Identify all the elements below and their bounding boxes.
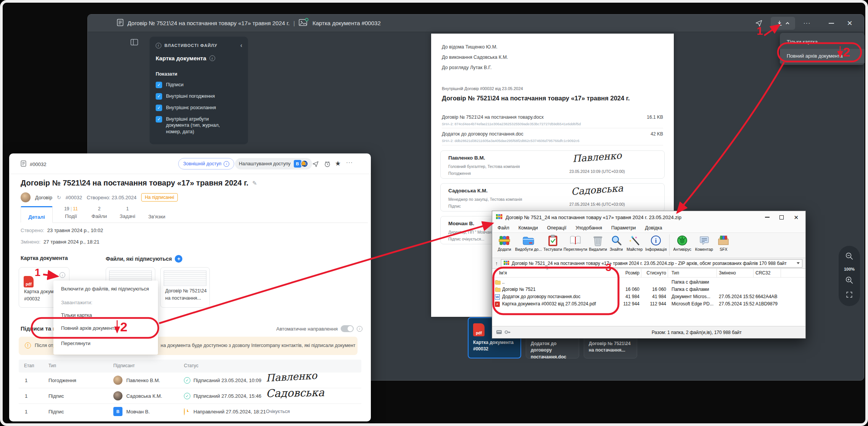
- viewer-doc-title: Договір № 7521\24 на постачання товару «…: [127, 20, 290, 26]
- column-header-type[interactable]: Тип: [672, 270, 679, 276]
- menu-item-card-only[interactable]: Тільки картка: [780, 35, 865, 49]
- file-row[interactable]: P Картка документа #00032 від 27.05.2024…: [492, 300, 805, 308]
- menu-item-view[interactable]: Переглянути: [61, 340, 90, 346]
- toolbar-delete-button[interactable]: Видалити: [588, 234, 608, 252]
- toolbar-info-button[interactable]: i Інформація: [644, 234, 667, 252]
- minimize-button[interactable]: [765, 217, 770, 218]
- annotation-step-1: 1: [757, 25, 763, 37]
- toolbar-find-button[interactable]: Знайти: [608, 234, 625, 252]
- checkbox-checked-icon[interactable]: ✓: [156, 105, 162, 111]
- tab-events[interactable]: 19 | 11 Події: [59, 206, 83, 223]
- download-button[interactable]: [771, 17, 795, 30]
- books-icon: [499, 234, 510, 247]
- thumbnail-label: на постачання...: [589, 347, 631, 353]
- minimize-button[interactable]: [825, 17, 838, 29]
- menu-options[interactable]: Параметри: [611, 225, 636, 231]
- menu-file[interactable]: Файл: [498, 225, 509, 231]
- toolbar-wizard-button[interactable]: Майстер: [625, 234, 644, 252]
- toolbar-view-button[interactable]: Переглянути: [563, 234, 588, 252]
- column-header-modified[interactable]: Змінено: [719, 270, 736, 276]
- signer-name: Павленко В.М.: [448, 155, 485, 161]
- toolbar-test-button[interactable]: Тестувати: [543, 234, 563, 252]
- column-header-name[interactable]: Ім'я: [499, 270, 507, 276]
- annotation-step-2: 2: [120, 320, 127, 334]
- menu-help[interactable]: Довідка: [645, 225, 662, 231]
- archive-path-combo[interactable]: Договір № 7521_24 на постачання товару «…: [501, 259, 802, 268]
- tab-links[interactable]: Зв'язки: [145, 214, 169, 223]
- reminder-clock-icon[interactable]: [324, 161, 331, 169]
- auto-direction-toggle[interactable]: [341, 325, 354, 332]
- close-button[interactable]: ✕: [794, 215, 799, 220]
- doc-type: Договір: [35, 195, 52, 200]
- menu-item-full-archive[interactable]: Повний архів документа: [780, 49, 865, 63]
- maximize-button[interactable]: [779, 215, 784, 219]
- doc-to-line: До відома Тищенко Ю.М.: [442, 44, 498, 50]
- toolbar-antivirus-button[interactable]: Антивірус: [672, 234, 693, 252]
- column-header-size[interactable]: Розмір: [618, 270, 639, 276]
- external-access-button[interactable]: Зовнішній доступ i: [178, 158, 234, 169]
- file-row[interactable]: W Додаток до договору постачання.doc 41 …: [492, 293, 805, 300]
- file-thumbnail-label: на постачання...: [165, 295, 207, 302]
- menu-favorites[interactable]: Уподобання: [575, 225, 602, 231]
- tab-files[interactable]: 2 Файли: [89, 206, 110, 223]
- more-options-icon[interactable]: ···: [800, 17, 813, 29]
- checkbox-checked-icon[interactable]: ✓: [156, 116, 162, 123]
- tab-details[interactable]: Деталі: [21, 206, 53, 223]
- close-button[interactable]: ✕: [843, 17, 856, 29]
- combo-dropdown-icon[interactable]: [797, 262, 800, 264]
- zoom-out-icon[interactable]: [845, 252, 854, 262]
- checkbox-internal-distribution[interactable]: ✓ Внутрішнє розсилання: [150, 100, 248, 111]
- toolbar-comment-button[interactable]: Коментар: [693, 234, 715, 252]
- section-files-title: Файли, які підписуються +: [106, 255, 182, 263]
- toolbar-add-button[interactable]: Додати: [494, 234, 514, 252]
- signature-row[interactable]: 1 Підпис Садовська К.М. ✓ Підписаний 27.…: [19, 388, 361, 404]
- tab-tasks[interactable]: 1 Задачі: [117, 206, 138, 223]
- tab-label: Деталі: [28, 214, 45, 220]
- signed-check-icon: ✓: [184, 393, 190, 399]
- edit-pencil-icon[interactable]: ✎: [252, 180, 257, 187]
- fullscreen-icon[interactable]: [845, 291, 853, 300]
- signature-row[interactable]: 1 Погодження Павленко В.М. ✓ Підписаний …: [19, 373, 361, 388]
- file-thumbnail[interactable]: Договір № 7521\24 на постачання...: [160, 267, 210, 308]
- toolbar-sfx-button[interactable]: SFX: [715, 234, 732, 252]
- checkbox-label: Внутрішнє розсилання: [166, 105, 216, 111]
- up-arrow-icon[interactable]: ↑: [495, 260, 498, 266]
- menu-item-card-only[interactable]: Тільки картка: [61, 312, 92, 318]
- send-icon[interactable]: [312, 161, 319, 169]
- show-label: Показати: [150, 61, 248, 77]
- menu-item-full-archive[interactable]: Повний архів документа: [61, 325, 117, 331]
- signature-date: 27.05.2024 15:46 (UTC+03:00): [555, 202, 639, 207]
- more-options-icon[interactable]: ···: [346, 159, 353, 165]
- signature-row[interactable]: 1 Підпис В Мовчан В. Направлений 27.05.2…: [19, 404, 361, 420]
- doc-file-size: 42 KB: [651, 131, 663, 137]
- column-header-packed[interactable]: Стиснуто: [643, 270, 666, 276]
- sidebar-toggle-icon[interactable]: [130, 39, 138, 47]
- signature-script: Павленко: [555, 148, 639, 165]
- info-icon[interactable]: i: [60, 272, 65, 278]
- checkbox-checked-icon[interactable]: ✓: [156, 93, 162, 100]
- file-row[interactable]: .. Папка с файлами: [492, 279, 805, 286]
- checkbox-internal-approvals[interactable]: ✓ Внутрішні погодження: [150, 88, 248, 100]
- star-icon[interactable]: ★: [335, 160, 341, 168]
- checkbox-internal-attributes[interactable]: ✓ Внутрішні атрибути документа (тип, жур…: [150, 111, 238, 135]
- access-settings-label: Налаштування доступу: [239, 161, 291, 166]
- doc-file-name: Додаток до договору постачання.doc: [442, 131, 523, 137]
- menu-commands[interactable]: Команди: [519, 225, 538, 231]
- collapse-panel-icon[interactable]: ‹: [240, 42, 243, 49]
- add-file-button[interactable]: +: [175, 255, 182, 263]
- toolbar-extract-button[interactable]: Видобути до...: [514, 234, 543, 252]
- refresh-icon[interactable]: ↻: [57, 195, 61, 200]
- bell-icon[interactable]: [300, 160, 307, 169]
- menu-item-include-files[interactable]: Включити до файлів, які підписуються: [61, 286, 149, 292]
- menu-operations[interactable]: Операції: [547, 225, 567, 231]
- checkbox-label: Внутрішні погодження: [166, 93, 215, 100]
- checkbox-checked-icon[interactable]: ✓: [156, 82, 162, 88]
- document-icon: [117, 19, 124, 27]
- zoom-in-icon[interactable]: [845, 276, 854, 286]
- signer-name: Павленко В.М.: [126, 378, 160, 383]
- image-preview-icon: [299, 18, 309, 28]
- column-header-crc[interactable]: CRC32: [755, 270, 770, 276]
- checkbox-signatures[interactable]: ✓ Підписи: [150, 77, 248, 88]
- row-note: Очікується: [266, 409, 290, 414]
- file-row[interactable]: Договір № 7521 16 060 16 060 Папка с фай…: [492, 286, 805, 293]
